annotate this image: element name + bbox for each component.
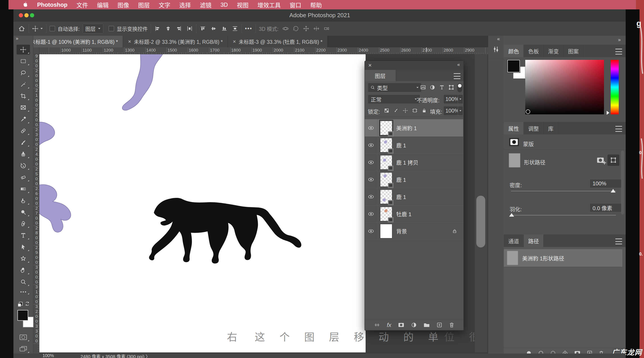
feather-slider[interactable] [511, 215, 616, 215]
zoom-tool[interactable] [16, 277, 30, 287]
visibility-toggle[interactable] [365, 205, 378, 222]
close-icon[interactable]: × [233, 38, 236, 45]
density-slider-handle[interactable] [611, 189, 616, 192]
vertical-scrollbar-thumb[interactable] [476, 196, 485, 247]
visibility-toggle[interactable] [365, 119, 378, 137]
menu-item-type[interactable]: 文字 [159, 1, 170, 9]
hand-tool[interactable] [16, 265, 30, 275]
close-icon[interactable]: × [128, 38, 131, 45]
new-group-folder-icon[interactable] [424, 322, 430, 328]
layer-thumbnail[interactable] [380, 138, 392, 152]
rectangular-marquee-tool[interactable] [16, 56, 30, 66]
layer-thumbnail[interactable] [380, 189, 392, 204]
layer-name[interactable]: 鹿 1 [396, 193, 406, 200]
delete-layer-trash-icon[interactable] [449, 322, 454, 328]
menu-item-plugins[interactable]: 增效工具 [258, 1, 281, 9]
visibility-toggle[interactable] [365, 171, 378, 188]
dodge-tool[interactable] [16, 207, 30, 217]
visibility-toggle[interactable] [365, 137, 378, 154]
layer-thumbnail[interactable] [380, 155, 392, 170]
filter-type-layers-icon[interactable] [439, 84, 445, 90]
menu-item-select[interactable]: 选择 [179, 1, 191, 9]
fill-chevron[interactable] [458, 106, 463, 115]
align-bottom-edges-icon[interactable] [221, 25, 228, 32]
collapse-panel-chevron[interactable]: « [457, 62, 460, 68]
align-left-edges-icon[interactable] [154, 25, 161, 32]
apple-icon[interactable] [22, 1, 28, 8]
add-layer-mask-icon[interactable] [398, 322, 404, 328]
align-horizontal-centers-icon[interactable] [165, 25, 172, 32]
panel-menu-icon[interactable] [616, 126, 622, 132]
foreground-color-swatch[interactable] [507, 60, 520, 72]
feather-value-field[interactable]: 0.0 像素 [590, 203, 622, 212]
tab-libraries[interactable]: 库 [544, 122, 558, 135]
default-and-swap-colors-icon[interactable] [18, 300, 30, 307]
visibility-toggle[interactable] [365, 222, 378, 240]
menu-item-file[interactable]: 文件 [76, 1, 88, 9]
lock-transparent-pixels-icon[interactable] [384, 108, 389, 113]
auto-select-checkbox[interactable] [50, 26, 55, 31]
doc-tab-1[interactable]: × 未标题-1 @ 100% (美洲豹 1, RGB/8) * [20, 36, 123, 47]
density-value-field[interactable]: 100% [590, 179, 622, 188]
doc-tab-3[interactable]: × 未标题-3 @ 33.3% (牡鹿 1, RGB/8) * [228, 36, 328, 47]
lock-all-icon[interactable] [422, 108, 427, 113]
purple-blob-shape[interactable] [39, 184, 71, 232]
align-right-edges-icon[interactable] [176, 25, 182, 32]
more-align-options-button[interactable]: ••• [245, 26, 252, 32]
hue-strip[interactable] [611, 60, 619, 114]
clone-stamp-tool[interactable] [16, 149, 30, 159]
collapse-dock-chevron[interactable]: » [618, 37, 621, 43]
quick-selection-tool[interactable] [16, 79, 30, 89]
layer-name[interactable]: 鹿 1 [396, 176, 406, 183]
tab-paths[interactable]: 路径 [524, 234, 544, 247]
zoom-level[interactable]: 100% [42, 353, 54, 358]
vector-mask-button[interactable] [608, 155, 619, 166]
filter-adjustment-layers-icon[interactable] [430, 84, 435, 90]
eyedropper-tool[interactable] [16, 114, 30, 124]
layer-row-deer1-copy[interactable]: 鹿 1 拷贝 [365, 154, 463, 171]
show-transform-checkbox[interactable] [109, 26, 114, 31]
menu-item-view[interactable]: 视图 [237, 1, 248, 9]
filter-shape-layers-icon[interactable] [448, 84, 454, 90]
shape-path-thumbnail[interactable] [509, 153, 520, 168]
move-tool-icon[interactable] [32, 25, 39, 32]
layer-row-deer1[interactable]: 鹿 1 [365, 137, 463, 154]
path-row[interactable]: 美洲豹 1形状路径 [504, 249, 622, 267]
history-brush-tool[interactable] [16, 161, 30, 171]
menu-item-edit[interactable]: 编辑 [97, 1, 109, 9]
distribute-horizontal-icon[interactable] [186, 25, 193, 32]
distribute-vertical-icon[interactable] [232, 25, 238, 32]
panel-menu-icon[interactable] [616, 49, 622, 54]
layer-row-deer2[interactable]: 鹿 1 [365, 171, 463, 188]
saturation-brightness-field[interactable] [525, 60, 604, 114]
lock-position-icon[interactable] [403, 108, 408, 113]
align-top-edges-icon[interactable] [200, 25, 206, 32]
close-icon[interactable]: × [368, 62, 372, 69]
gradient-tool[interactable] [16, 184, 30, 194]
align-vertical-centers-icon[interactable] [210, 25, 217, 32]
lock-image-pixels-icon[interactable] [393, 108, 399, 113]
layer-thumbnail[interactable] [380, 121, 392, 135]
frame-tool[interactable] [16, 103, 30, 113]
edit-toolbar-button[interactable] [16, 289, 30, 295]
tab-color[interactable]: 颜色 [504, 45, 524, 57]
3d-slide-icon[interactable] [313, 25, 320, 32]
layer-row-deer3[interactable]: 鹿 1 [365, 188, 463, 205]
tab-gradients[interactable]: 渐变 [544, 45, 564, 57]
menu-item-window[interactable]: 窗口 [290, 1, 301, 9]
quick-mask-mode-button[interactable] [16, 332, 30, 342]
smudge-tool[interactable] [16, 196, 30, 205]
healing-brush-tool[interactable] [16, 126, 30, 136]
layer-style-fx-button[interactable]: fx [387, 322, 391, 329]
menu-item-image[interactable]: 图像 [118, 1, 129, 9]
menu-item-filter[interactable]: 滤镜 [200, 1, 212, 9]
tab-properties[interactable]: 属性 [504, 122, 524, 135]
hue-marker[interactable] [607, 111, 609, 115]
filter-type-dropdown[interactable]: 类型 [368, 83, 422, 92]
layer-row-jaguar[interactable]: 美洲豹 1 [365, 119, 463, 137]
tab-swatches[interactable]: 色板 [524, 45, 544, 57]
type-tool[interactable] [16, 230, 30, 240]
tool-preset-chevron-icon[interactable] [40, 28, 43, 29]
layer-thumbnail[interactable] [380, 224, 392, 238]
panel-menu-icon[interactable] [454, 73, 460, 79]
